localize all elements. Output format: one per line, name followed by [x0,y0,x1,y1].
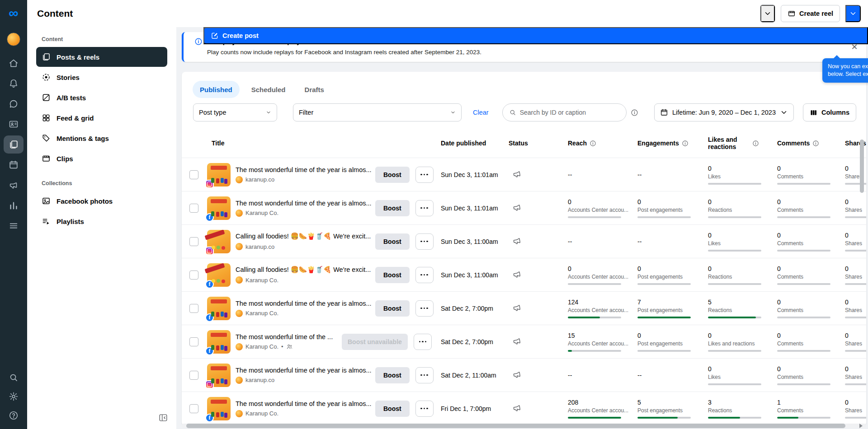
rail-item-notifications[interactable] [4,75,24,93]
info-icon[interactable] [682,140,689,147]
post-title[interactable]: The most wonderful time of the year is a… [236,367,371,374]
sidebar-item-stories[interactable]: Stories [36,67,167,87]
row-checkbox[interactable] [189,337,198,346]
rail-item-settings[interactable] [4,387,24,406]
search-info-icon[interactable] [631,109,638,117]
boost-button[interactable]: Boost [375,200,410,216]
info-icon[interactable] [590,140,596,147]
create-post-button[interactable]: Create post [203,27,868,44]
sidebar-item-facebook-photos[interactable]: Facebook photos [36,191,167,211]
more-options-button[interactable] [415,200,434,216]
boost-status-megaphone-icon[interactable] [512,235,523,246]
post-title[interactable]: The most wonderful time of the year is a… [236,166,371,173]
filter-select[interactable]: Filter [293,103,462,121]
rail-item-planner[interactable] [4,156,24,174]
more-options-button[interactable] [415,167,434,183]
post-title[interactable]: Calling all foodies! 🍔🌭🍟🥤🍕 We're excit..… [236,266,371,273]
post-title[interactable]: The most wonderful time of the year is a… [236,300,371,307]
rail-item-help[interactable] [4,406,24,424]
post-thumbnail[interactable] [207,364,231,387]
boost-button[interactable]: Boost [375,300,410,317]
more-options-button[interactable] [415,233,434,250]
info-icon[interactable] [752,140,759,147]
row-checkbox[interactable] [189,371,198,380]
boost-button[interactable]: Boost [375,167,410,183]
clear-filters-link[interactable]: Clear [473,109,489,116]
post-thumbnail[interactable]: f [207,196,231,220]
rail-item-search[interactable] [4,368,24,387]
page-avatar [236,410,243,417]
sidebar-item-posts-reels[interactable]: Posts & reels [36,47,167,67]
engagements-cell: -- [637,372,708,379]
boost-status-megaphone-icon[interactable] [512,336,523,346]
create-post-split-button: Create post [845,5,861,22]
sidebar-item-feed-grid[interactable]: Feed & grid [36,108,167,128]
post-thumbnail[interactable] [207,163,231,187]
more-options-button[interactable] [415,300,434,317]
business-avatar[interactable] [7,33,20,46]
vertical-scrollbar-thumb[interactable] [860,140,864,193]
boost-status-megaphone-icon[interactable] [512,168,523,179]
row-checkbox[interactable] [189,237,198,246]
export-data-caret-button[interactable] [760,5,775,22]
boost-status-megaphone-icon[interactable] [512,269,523,280]
boost-button[interactable]: Boost [375,401,410,417]
rail-item-audiences[interactable] [4,115,24,133]
rail-item-inbox[interactable] [4,95,24,113]
create-post-caret-button[interactable] [845,5,861,22]
search-box [502,103,627,121]
post-thumbnail[interactable]: f [207,297,231,320]
sidebar-item-clips[interactable]: Clips [36,149,167,168]
search-input[interactable] [520,109,620,116]
more-options-button[interactable] [415,367,434,383]
post-thumbnail[interactable]: f [207,263,231,287]
boost-status-megaphone-icon[interactable] [512,302,523,313]
more-options-button[interactable] [415,267,434,283]
create-reel-button[interactable]: Create reel [781,5,840,22]
row-checkbox[interactable] [189,204,198,213]
more-options-button[interactable] [415,401,434,417]
meta-logo-icon[interactable]: ∞ [6,5,21,21]
row-checkbox[interactable] [189,270,198,280]
row-checkbox[interactable] [189,170,198,179]
more-options-button[interactable] [414,334,432,350]
horizontal-scrollbar-thumb[interactable] [186,424,845,428]
row-checkbox[interactable] [189,304,198,313]
date-range-select[interactable]: Lifetime: Jun 9, 2020 – Dec 1, 2023 [654,103,794,121]
boost-status-megaphone-icon[interactable] [512,402,523,413]
boost-status-megaphone-icon[interactable] [512,202,523,213]
boost-button[interactable]: Boost [375,367,410,383]
post-title[interactable]: The most wonderful time of the ... [236,333,333,340]
tab-scheduled[interactable]: Scheduled [244,81,293,98]
rail-item-content[interactable] [4,135,24,154]
tab-published[interactable]: Published [193,81,240,98]
boost-button[interactable]: Boost [375,233,410,250]
boost-button[interactable]: Boost [375,267,410,283]
boost-status-megaphone-icon[interactable] [512,369,523,380]
sidebar-item-a-b-tests[interactable]: A/B tests [36,88,167,107]
columns-button[interactable]: Columns [803,103,856,121]
likes-label: Likes [708,240,771,247]
rail-bottom [4,368,24,424]
engagements-label: Post engagements [637,207,701,213]
rail-item-home[interactable] [4,54,24,72]
post-thumbnail[interactable]: f [207,397,231,420]
tab-drafts[interactable]: Drafts [297,81,331,98]
post-thumbnail[interactable]: f [207,330,231,354]
post-title[interactable]: Calling all foodies! 🍔🌭🍟🥤🍕 We're excit..… [236,233,371,240]
rail-item-all-tools[interactable] [4,217,24,235]
post-title[interactable]: The most wonderful time of the year is a… [236,200,371,207]
sidebar-item-mentions-tags[interactable]: Mentions & tags [36,128,167,148]
post-type-select[interactable]: Post type [193,103,277,121]
info-icon[interactable] [812,140,819,147]
rail-item-insights[interactable] [4,196,24,214]
collapse-sidebar-icon[interactable] [158,413,168,423]
post-thumbnail[interactable] [207,230,231,253]
post-title[interactable]: The most wonderful time of the year is a… [236,400,371,407]
scroll-right-arrow-icon[interactable] [859,424,863,428]
sidebar-item-playlists[interactable]: Playlists [36,211,167,231]
header-label: Likes and reactions [708,136,750,150]
sidebar-section-collections: Collections [42,180,167,187]
rail-item-ads[interactable] [4,176,24,194]
row-checkbox[interactable] [189,404,198,413]
